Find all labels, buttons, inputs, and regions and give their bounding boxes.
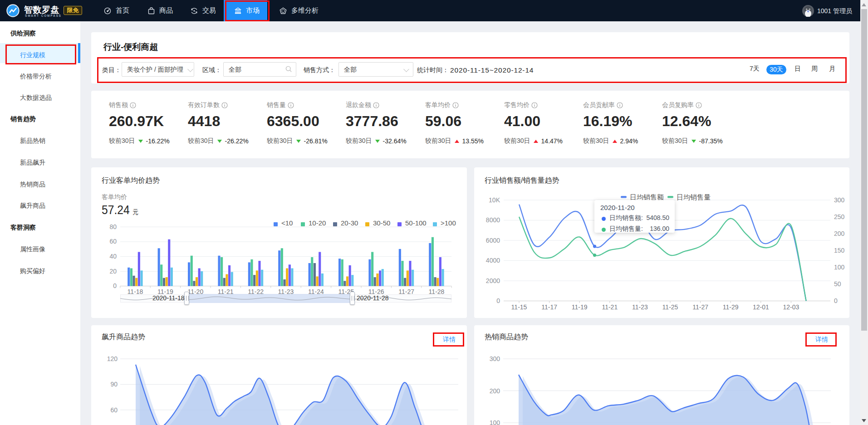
svg-text:300: 300 [834,196,845,204]
svg-text:日均销售量: 日均销售量 [677,193,711,201]
svg-text:11-27: 11-27 [692,303,708,311]
svg-text:200: 200 [490,387,500,395]
svg-text:11-28: 11-28 [429,288,445,295]
svg-text:12-01: 12-01 [753,303,769,311]
svg-text:11-27: 11-27 [398,288,414,295]
svg-text:80: 80 [109,223,117,230]
svg-text:0: 0 [834,297,838,304]
svg-text:120: 120 [107,355,118,362]
svg-text:90: 90 [110,381,118,388]
svg-text:4000: 4000 [486,257,500,264]
svg-text:8000: 8000 [486,216,500,224]
svg-text:11-23: 11-23 [278,288,294,295]
svg-text:11-22: 11-22 [248,288,264,295]
svg-text:11-29: 11-29 [723,303,739,311]
svg-text:11-23: 11-23 [632,303,648,311]
svg-text:0: 0 [113,282,117,289]
svg-text:300: 300 [490,355,500,362]
svg-text:250: 250 [834,213,845,220]
svg-text:6000: 6000 [486,237,500,244]
svg-text:50: 50 [834,280,841,288]
svg-text:60: 60 [109,238,117,245]
svg-text:200: 200 [834,230,845,237]
svg-text:0: 0 [496,297,500,304]
svg-text:12-03: 12-03 [783,303,799,311]
svg-text:11-21: 11-21 [602,303,618,311]
svg-text:150: 150 [834,247,845,254]
svg-text:40: 40 [109,253,117,260]
svg-text:11-19: 11-19 [572,303,588,311]
svg-text:100: 100 [490,419,500,425]
svg-text:11-15: 11-15 [511,303,527,311]
svg-text:20: 20 [109,268,117,275]
svg-text:10K: 10K [489,196,500,204]
svg-text:11-20: 11-20 [187,288,203,295]
svg-text:100: 100 [834,264,845,271]
svg-text:11-25: 11-25 [662,303,678,311]
svg-text:11-21: 11-21 [218,288,234,295]
svg-text:11-17: 11-17 [541,303,557,311]
svg-text:2000: 2000 [486,277,500,284]
svg-text:11-18: 11-18 [128,288,143,295]
svg-text:11-24: 11-24 [308,288,324,295]
svg-text:60: 60 [110,406,118,414]
